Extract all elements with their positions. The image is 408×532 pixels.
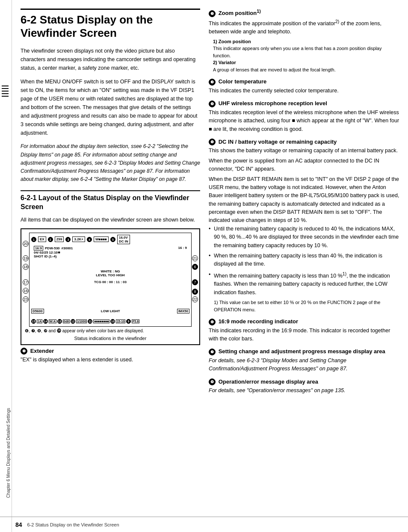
diag-num-9: 9 (126, 319, 131, 324)
item-color-temp: ❸ Color temperature This indicates the c… (209, 78, 399, 95)
diag-num-20: 20 (23, 241, 29, 247)
circle-num-6: ❻ (209, 319, 216, 325)
viewfinder-diagram: 20 19 18 17 16 23 21 6 (21, 228, 200, 345)
item-extender: ❶ Extender "EX" is displayed when a lens… (21, 348, 200, 364)
item-operation-error-label: Operation/error message display area (219, 378, 318, 385)
diag-num-12: 12 (71, 319, 75, 324)
item-operation-error-title: ❽ Operation/error message display area (209, 378, 399, 386)
diag-left-info: 16:9 PDW-530 #30001 04/ 02/25 12:10✱ SHO… (34, 246, 73, 258)
intro-paragraph2: When the MENU ON/OFF switch is set to OF… (21, 77, 200, 137)
footnote1-title: 1) Zoom position (213, 39, 251, 44)
diag-num-4: 4 (87, 237, 92, 242)
diag-ex: EX (38, 236, 46, 242)
item-battery-title: ❺ DC IN / battery voltage or remaining c… (209, 139, 399, 146)
diag-0d8: 0d8 (63, 319, 70, 323)
circle-num-7: ❼ (209, 349, 216, 355)
section-621-intro: All items that can be displayed on the v… (21, 216, 200, 224)
item-uhf-label: UHF wireless microphone reception level (219, 100, 327, 106)
item-setting-change-label: Setting change and adjustment progress m… (219, 348, 385, 355)
diag-date-row: 04/ 02/25 12:10✱ (34, 251, 73, 254)
sidebar-chapter-label: Chapter 6 Menu Displays and Detailed Set… (6, 408, 11, 498)
item-battery-text3: When the DISP BATT REMAIN item is set to… (209, 175, 399, 225)
diag-num-13: 13 (57, 319, 62, 324)
circle-num-5: ❺ (209, 139, 216, 145)
diag-imx50: IMX50 (177, 309, 189, 313)
diag-white-ng: WHITE : NG LEVEL TOO HIGH (96, 269, 124, 277)
diag-pdw530: PDW-530 (45, 246, 60, 250)
diag-3k2: 3.2K+ (72, 236, 85, 242)
diag-num-18: 18 (23, 264, 29, 270)
diag-15-10: 15-10 (116, 319, 125, 323)
footnote2: 2) VariatorA group of lenses that are mo… (213, 59, 399, 73)
circle-num-2: ❷ (209, 10, 216, 17)
circle-num-4: ❹ (209, 100, 216, 107)
item-zoom-text: This indicates the approximate position … (209, 18, 399, 36)
diag-shot-id: SHOT ID (1–4) (34, 254, 73, 258)
diag-num-11: 11 (88, 319, 92, 324)
diag-row2: 16:9 PDW-530 #30001 04/ 02/25 12:10✱ SHO… (34, 246, 187, 258)
diag-num-14: 14 (43, 319, 48, 324)
main-content: 6-2 Status Display on the Viewfinder Scr… (12, 0, 408, 532)
item-zoom-title: ❷ Zoom position1) (209, 9, 399, 17)
diag-num-21: 21 (192, 255, 198, 261)
diag-num-1: 1 (31, 237, 36, 242)
circle-num-3: ❸ (209, 79, 216, 86)
diag-z99: Z99 (55, 236, 64, 242)
diag-tcg: TCG 00 : 00 : 11 : 03 (94, 280, 127, 284)
footnote2-text: A group of lenses that are moved to adju… (213, 67, 336, 72)
diag-bottom-indicators: 15 1A 14 W:A 13 0d8 12 1/1000 11 ■■■■■■■ (31, 319, 189, 324)
diag-f58: F5.8 (132, 319, 139, 323)
item-battery-text1: This shows the battery voltage or remain… (209, 147, 399, 155)
item-battery-footnote: 1) This value can be set to either 10 % … (209, 299, 399, 313)
chapter-title-text: Status Display on the Viewfinder Screen (21, 13, 153, 39)
diag-wa: W:A (49, 319, 56, 323)
circle-num-8: ❽ (209, 378, 216, 385)
diag-num-19: 19 (23, 255, 29, 261)
item-uhf-text: This indicates reception level of the wi… (209, 109, 399, 133)
item-battery-text2: When the power is supplied from an AC ad… (209, 157, 399, 174)
item-color-temp-title: ❸ Color temperature (209, 78, 399, 86)
item-setting-change: ❼ Setting change and adjustment progress… (209, 348, 399, 373)
diag-16-9: 16:9 (34, 246, 43, 251)
item-extender-label: Extender (30, 348, 54, 354)
circle-num-1: ❶ (21, 348, 27, 355)
item-zoom-label: Zoom position1) (219, 10, 261, 16)
left-column: 6-2 Status Display on the Viewfinder Scr… (21, 9, 200, 523)
item-battery-label: DC IN / battery voltage or remaining cap… (219, 139, 337, 145)
diag-num-5: 5 (110, 237, 115, 242)
item-setting-change-text: For details, see 6-2-3 "Display Modes an… (209, 357, 399, 373)
diag-num-22: 22 (192, 296, 198, 302)
footnote2-title: 2) Variator (213, 60, 236, 65)
diag-white-ng-text: WHITE : NG (96, 269, 124, 273)
diag-d5600: D5600 (31, 309, 44, 313)
diag-right-top-info: 16 : 9 (178, 246, 187, 258)
intro-italic: For information about the display item s… (21, 142, 200, 183)
item-zoom: ❷ Zoom position1) This indicates the app… (209, 9, 399, 73)
diagram-caption: Status indications in the viewfinder (25, 336, 196, 341)
diag-num-7: 7 (192, 279, 198, 285)
zoom-sup: 1) (257, 9, 261, 14)
chapter-title: 6-2 Status Display on the Viewfinder Scr… (21, 9, 200, 40)
diagram-inner: 20 19 18 17 16 23 21 6 (29, 233, 192, 327)
item-extender-title: ❶ Extender (21, 348, 200, 355)
footer-text: 6-2 Status Display on the Viewfinder Scr… (27, 522, 119, 527)
chapter-number: 6-2 (21, 13, 37, 26)
diag-1a: 1A (37, 319, 42, 323)
sidebar-decoration (2, 86, 9, 97)
item-battery-bullet3: When the remaining battery capacity is l… (209, 271, 399, 297)
intro-paragraph1: The viewfinder screen displays not only … (21, 47, 200, 72)
item-operation-error-text: For details, see "Operation/error messag… (209, 387, 399, 395)
diag-num-23: 23 (23, 296, 29, 302)
page-footer: 84 6-2 Status Display on the Viewfinder … (0, 517, 408, 532)
item-operation-error: ❽ Operation/error message display area F… (209, 378, 399, 395)
item-169-label: 16:9 mode recording indicator (219, 318, 298, 325)
diag-low-light: LOW LIGHT (101, 309, 120, 313)
diag-shutter: 1/1000 (76, 319, 87, 323)
diag-num-8: 8 (192, 289, 198, 295)
item-color-temp-label: Color temperature (219, 78, 267, 85)
item-battery-bullet1: Until the remaining battery capacity is … (209, 225, 399, 250)
item-169-text: This indicates recording in the 16:9 mod… (209, 327, 399, 343)
diag-num-10: 10 (110, 319, 115, 324)
right-column: ❷ Zoom position1) This indicates the app… (209, 9, 399, 523)
diag-dc-in: 16.0VDC IN (117, 235, 130, 244)
